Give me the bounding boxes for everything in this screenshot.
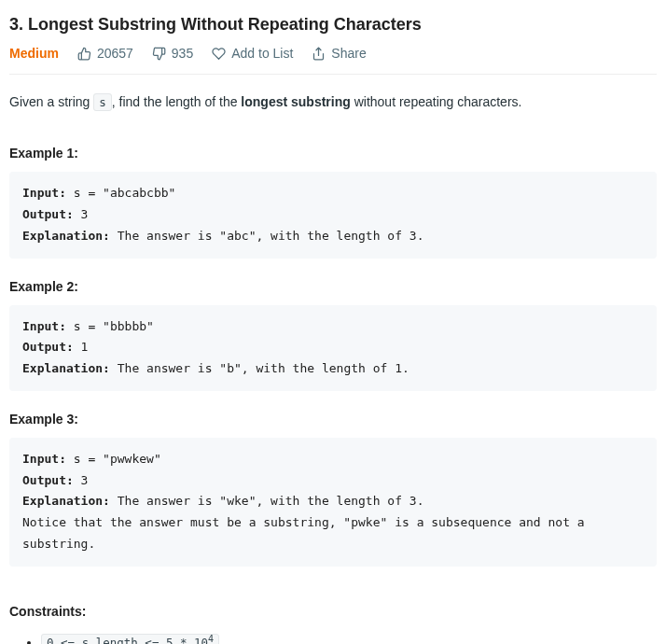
example-label: Output:: [22, 207, 74, 221]
meta-row: Medium 20657 935 Add to List Share: [9, 46, 657, 75]
example-block: Input: s = "pwwkew" Output: 3 Explanatio…: [9, 438, 657, 567]
example-value: 3: [74, 207, 89, 221]
example-value: The answer is "b", with the length of 1.: [110, 361, 409, 375]
example-label: Output:: [22, 473, 74, 487]
dislike-button[interactable]: 935: [152, 46, 193, 61]
thumbs-down-icon: [152, 47, 166, 61]
heart-icon: [212, 47, 226, 61]
share-button[interactable]: Share: [312, 46, 366, 61]
problem-description: Given a string s, find the length of the…: [9, 91, 657, 112]
example-value: The answer is "abc", with the length of …: [110, 229, 424, 243]
share-icon: [312, 47, 326, 61]
example-heading: Example 3:: [9, 412, 657, 427]
example-value: 3: [74, 473, 89, 487]
example-label: Input:: [22, 319, 66, 333]
difficulty-label: Medium: [9, 46, 59, 61]
dislike-count: 935: [172, 46, 193, 61]
example-value: s = "bbbbb": [66, 319, 154, 333]
example-value: s = "pwwkew": [66, 452, 161, 466]
share-label: Share: [331, 46, 366, 61]
inline-code: s: [93, 93, 112, 111]
example-label: Explanation:: [22, 494, 110, 508]
example-label: Explanation:: [22, 361, 110, 375]
constraints-heading: Constraints:: [9, 604, 657, 619]
example-label: Input:: [22, 452, 66, 466]
constraint-item: 0 <= s.length <= 5 * 104: [41, 630, 657, 644]
example-heading: Example 1:: [9, 146, 657, 161]
example-label: Output:: [22, 340, 74, 354]
example-heading: Example 2:: [9, 279, 657, 294]
page-title: 3. Longest Substring Without Repeating C…: [9, 15, 657, 35]
example-block: Input: s = "bbbbb" Output: 1 Explanation…: [9, 305, 657, 391]
add-to-list-label: Add to List: [231, 46, 293, 61]
example-label: Explanation:: [22, 229, 110, 243]
example-block: Input: s = "abcabcbb" Output: 3 Explanat…: [9, 172, 657, 258]
like-button[interactable]: 20657: [77, 46, 133, 61]
add-to-list-button[interactable]: Add to List: [212, 46, 293, 61]
constraints-list: 0 <= s.length <= 5 * 104s consists of En…: [9, 630, 657, 644]
example-value: 1: [74, 340, 89, 354]
example-label: Input:: [22, 186, 66, 200]
inline-code: 0 <= s.length <= 5 * 104: [41, 634, 219, 644]
example-value: s = "abcabcbb": [66, 186, 175, 200]
like-count: 20657: [97, 46, 133, 61]
thumbs-up-icon: [77, 47, 91, 61]
